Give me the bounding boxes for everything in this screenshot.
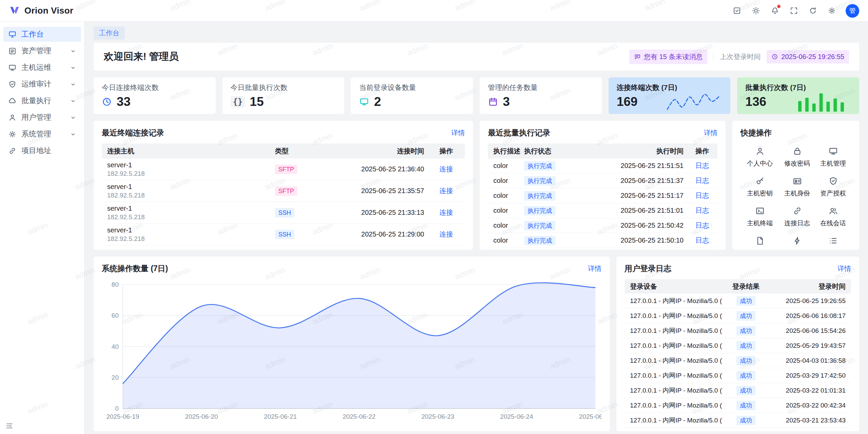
asset-icon <box>8 47 17 55</box>
stat-label: 今日批量执行次数 <box>231 83 336 92</box>
quick-op-audit[interactable]: 资产授权 <box>815 173 851 201</box>
log-link[interactable]: 日志 <box>695 237 709 244</box>
exec-description: color <box>488 177 524 185</box>
log-link[interactable]: 日志 <box>695 162 709 169</box>
terminal-records-detail-link[interactable]: 详情 <box>451 128 465 137</box>
log-link[interactable]: 日志 <box>695 177 709 184</box>
login-log-row: 127.0.0.1 - 内网IP - Mozilla/5.0 (Windows … <box>625 398 851 413</box>
chevron-down-icon <box>70 114 76 121</box>
host-name: server-1 <box>107 205 275 212</box>
terminal-record-row: server-1 182.92.5.218 SSH 2025-06-25 21:… <box>102 224 465 245</box>
logo-icon <box>9 5 20 17</box>
login-logs-card: 用户登录日志 详情 登录设备登录结果 登录时间 127.0.0.1 - 内网IP… <box>616 257 859 431</box>
monitor-icon <box>359 97 369 107</box>
quick-op-key[interactable]: 主机密钥 <box>741 173 779 201</box>
app-logo[interactable]: Orion Visor <box>9 5 73 17</box>
log-link[interactable]: 日志 <box>695 192 709 199</box>
exec-status-tag: 执行完成 <box>524 221 555 230</box>
quick-op-loglist[interactable]: 执行日志 <box>815 233 851 250</box>
login-log-row: 127.0.0.1 - 内网IP - Mozilla/5.0 (Windows … <box>625 413 851 428</box>
login-time: 2025-04-03 01:36:58 <box>770 357 851 364</box>
system-ops-chart-title: 系统操作数量 (7日) <box>102 263 168 274</box>
svg-text:80: 80 <box>112 281 119 288</box>
host-ip: 182.92.5.218 <box>107 235 275 243</box>
connect-time: 2025-06-25 21:35:57 <box>326 187 428 195</box>
login-time: 2025-06-06 16:08:17 <box>770 312 851 320</box>
quick-op-lock[interactable]: 修改密码 <box>779 144 815 171</box>
exec-time: 2025-06-25 21:50:42 <box>589 222 687 229</box>
exec-status-tag: 执行完成 <box>524 161 555 171</box>
sidebar-item-user[interactable]: 用户管理 <box>3 110 81 125</box>
sidebar-item-hostops[interactable]: 主机运维 <box>3 60 81 75</box>
sidebar-item-asset[interactable]: 资产管理 <box>3 43 81 58</box>
settings-gear-icon[interactable] <box>825 4 839 18</box>
quick-op-monitor[interactable]: 主机管理 <box>815 144 851 171</box>
batch-record-row: color 执行完成 2025-06-25 21:50:42 日志 <box>488 218 717 233</box>
sidebar-item-link[interactable]: 项目地址 <box>3 143 81 158</box>
quick-op-terminal[interactable]: 主机终端 <box>741 203 779 230</box>
stat-value: 136 <box>745 95 766 109</box>
log-link[interactable]: 日志 <box>695 222 709 229</box>
connect-link[interactable]: 连接 <box>439 209 453 216</box>
exec-status-tag: 执行完成 <box>524 236 555 245</box>
exec-time: 2025-06-25 21:51:37 <box>589 177 687 185</box>
svg-text:2025-06-25: 2025-06-25 <box>579 413 601 420</box>
user-avatar[interactable]: 管 <box>846 4 859 18</box>
login-time: 2025-05-29 19:43:57 <box>770 342 851 350</box>
sidebar-item-audit[interactable]: 运维审计 <box>3 77 81 92</box>
hostops-icon <box>8 63 17 72</box>
quick-op-user[interactable]: 个人中心 <box>741 144 779 171</box>
users-icon <box>828 206 838 216</box>
quick-op-users[interactable]: 在线会话 <box>815 203 851 230</box>
batch-icon <box>8 97 17 105</box>
exec-description: color <box>488 192 524 200</box>
login-result-tag: 成功 <box>736 326 755 336</box>
app-title: Orion Visor <box>24 5 73 16</box>
batch-record-row: color 执行完成 2025-06-25 21:50:10 日志 <box>488 233 717 248</box>
quick-op-idcard[interactable]: 主机身份 <box>779 173 815 201</box>
theme-sun-icon[interactable] <box>749 4 763 18</box>
connect-time: 2025-06-25 21:33:13 <box>326 209 428 216</box>
batch-records-detail-link[interactable]: 详情 <box>704 128 717 137</box>
system-ops-detail-link[interactable]: 详情 <box>588 264 601 273</box>
file-icon <box>755 236 765 246</box>
lock-icon <box>792 146 802 156</box>
stat-label: 当前登录设备数量 <box>359 83 465 92</box>
svg-text:60: 60 <box>112 312 119 319</box>
batch-records-card: 最近批量执行记录 详情 执行描述执行状态 执行时间操作 color 执行完成 2… <box>480 121 726 250</box>
unread-messages-badge[interactable]: 您有 15 条未读消息 <box>629 50 707 64</box>
welcome-card: 欢迎回来! 管理员 您有 15 条未读消息 上次登录时间 2025-06-25 … <box>94 43 859 71</box>
log-link[interactable]: 日志 <box>695 207 709 214</box>
connect-link[interactable]: 连接 <box>439 165 453 173</box>
check-square-icon[interactable] <box>730 4 744 18</box>
connect-link[interactable]: 连接 <box>439 187 453 194</box>
login-log-row: 127.0.0.1 - 内网IP - Mozilla/5.0 (Windows … <box>625 383 851 398</box>
divider <box>713 52 714 61</box>
login-device: 127.0.0.1 - 内网IP - Mozilla/5.0 (Windows … <box>625 312 722 320</box>
sidebar-item-workbench[interactable]: 工作台 <box>3 27 81 42</box>
batch-executions-sparkline <box>793 91 851 113</box>
fullscreen-icon[interactable] <box>787 4 801 18</box>
sidebar-item-system[interactable]: 系统管理 <box>3 127 81 141</box>
quick-op-link[interactable]: 连接日志 <box>779 203 815 230</box>
notification-dot <box>777 5 781 8</box>
quick-op-bolt[interactable]: 命令执行 <box>779 233 815 250</box>
notification-bell-icon[interactable] <box>768 4 782 18</box>
sidebar-item-batch[interactable]: 批量执行 <box>3 93 81 108</box>
breadcrumb: 工作台 <box>94 27 859 39</box>
connect-link[interactable]: 连接 <box>439 230 453 238</box>
sidebar-collapse-icon[interactable] <box>5 422 14 430</box>
breadcrumb-item-workbench[interactable]: 工作台 <box>94 26 125 40</box>
refresh-icon[interactable] <box>806 4 820 18</box>
quick-op-file[interactable]: 文件操作日志 <box>741 233 779 250</box>
login-time: 2025-03-22 01:01:31 <box>770 387 851 394</box>
workbench-icon <box>8 30 17 39</box>
login-logs-detail-link[interactable]: 详情 <box>837 264 851 273</box>
exec-status-tag: 执行完成 <box>524 206 555 215</box>
exec-description: color <box>488 162 524 170</box>
login-table-header: 登录设备登录结果 登录时间 <box>625 279 851 294</box>
stat-value: 15 <box>250 95 264 109</box>
exec-time: 2025-06-25 21:51:01 <box>589 207 687 214</box>
svg-text:2025-06-23: 2025-06-23 <box>421 413 454 420</box>
user-icon <box>8 113 17 122</box>
